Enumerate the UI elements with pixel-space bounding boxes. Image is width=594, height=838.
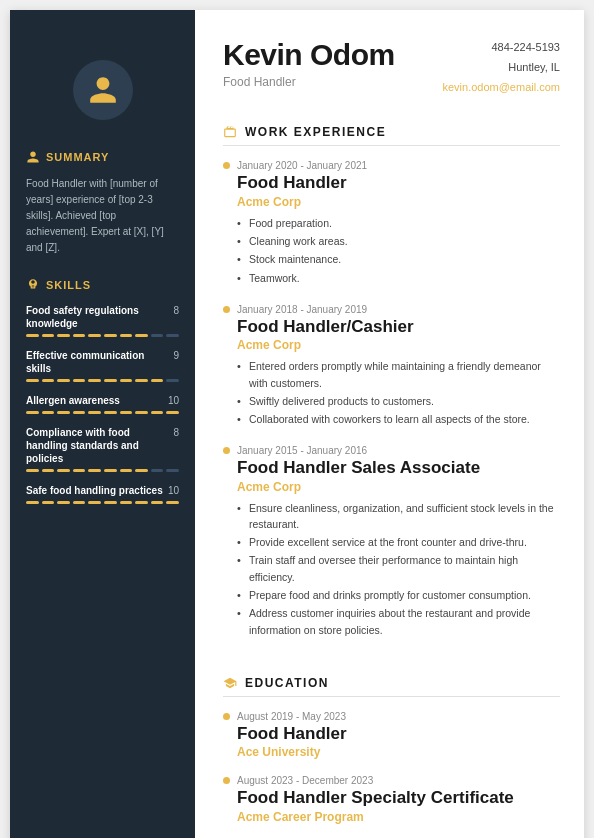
skill-dot — [42, 469, 55, 472]
bullet-item: Stock maintenance. — [237, 251, 560, 267]
work-experience-section: Work Experience January 2020 - January 2… — [223, 125, 560, 655]
skill-dot — [73, 411, 86, 414]
skill-dot — [88, 411, 101, 414]
skill-dot — [166, 379, 179, 382]
skill-dot — [88, 379, 101, 382]
skill-dot — [26, 469, 39, 472]
edu-school: Ace University — [237, 745, 560, 759]
skills-list: Food safety regulations knowledge8Effect… — [26, 304, 179, 504]
skill-dot — [135, 334, 148, 337]
person-small-icon — [26, 150, 40, 164]
skill-dot — [73, 501, 86, 504]
skill-score: 10 — [167, 485, 179, 496]
bullet-item: Provide excellent service at the front c… — [237, 534, 560, 550]
experience-item: January 2020 - January 2021Food HandlerA… — [223, 160, 560, 285]
bullet-item: Train staff and oversee their performanc… — [237, 552, 560, 585]
bullet-item: Food preparation. — [237, 215, 560, 231]
skill-dot — [151, 469, 164, 472]
bullet-item: Ensure cleanliness, organization, and su… — [237, 500, 560, 533]
skill-dot — [42, 501, 55, 504]
skill-dot — [151, 379, 164, 382]
skill-score: 8 — [167, 305, 179, 316]
skill-dot — [104, 379, 117, 382]
skill-dot — [135, 411, 148, 414]
edu-degree: Food Handler — [237, 724, 560, 744]
skill-dot — [88, 501, 101, 504]
education-list: August 2019 - May 2023Food HandlerAce Un… — [223, 711, 560, 824]
skill-dot — [73, 334, 86, 337]
skill-item: Effective communication skills9 — [26, 349, 179, 382]
skill-dot — [104, 411, 117, 414]
skill-dot — [57, 469, 70, 472]
skill-dot — [57, 334, 70, 337]
bullet-item: Entered orders promptly while maintainin… — [237, 358, 560, 391]
skill-name: Compliance with food handling standards … — [26, 426, 167, 465]
exp-title: Food Handler/Cashier — [237, 317, 560, 337]
skill-dot — [73, 379, 86, 382]
education-section: Education August 2019 - May 2023Food Han… — [223, 676, 560, 838]
edu-date: August 2023 - December 2023 — [237, 775, 560, 786]
skill-dot — [120, 411, 133, 414]
skill-dot — [42, 411, 55, 414]
skill-score: 10 — [167, 395, 179, 406]
header-right: 484-224-5193 Huntley, IL kevin.odom@emai… — [442, 38, 560, 97]
edu-date: August 2019 - May 2023 — [237, 711, 560, 722]
edu-item: August 2019 - May 2023Food HandlerAce Un… — [223, 711, 560, 759]
exp-title: Food Handler — [237, 173, 560, 193]
skill-dot — [57, 501, 70, 504]
skill-dot — [120, 334, 133, 337]
exp-bullets: Ensure cleanliness, organization, and su… — [237, 500, 560, 638]
education-title: Education — [223, 676, 560, 697]
avatar — [73, 60, 133, 120]
header-left: Kevin Odom Food Handler — [223, 38, 395, 89]
skills-title: Skills — [26, 278, 179, 292]
phone: 484-224-5193 — [442, 38, 560, 58]
skill-dot — [26, 334, 39, 337]
skill-dot — [166, 469, 179, 472]
skill-dot — [166, 411, 179, 414]
skill-item: Compliance with food handling standards … — [26, 426, 179, 472]
skill-dot — [135, 469, 148, 472]
email: kevin.odom@email.com — [442, 78, 560, 98]
bullet-item: Collaborated with coworkers to learn all… — [237, 411, 560, 427]
exp-date: January 2015 - January 2016 — [237, 445, 560, 456]
bullet-item: Teamwork. — [237, 270, 560, 286]
edu-item: August 2023 - December 2023Food Handler … — [223, 775, 560, 823]
skill-dot — [104, 469, 117, 472]
person-icon — [87, 74, 119, 106]
skill-dot — [73, 469, 86, 472]
skill-name: Effective communication skills — [26, 349, 167, 375]
bullet-item: Cleaning work areas. — [237, 233, 560, 249]
skill-bar — [26, 411, 179, 414]
skill-name: Food safety regulations knowledge — [26, 304, 167, 330]
edu-degree: Food Handler Specialty Certificate — [237, 788, 560, 808]
skill-dot — [120, 501, 133, 504]
exp-company: Acme Corp — [237, 338, 560, 352]
experience-item: January 2015 - January 2016Food Handler … — [223, 445, 560, 638]
summary-title: Summary — [26, 150, 179, 164]
skill-dot — [151, 501, 164, 504]
skill-score: 9 — [167, 350, 179, 361]
skill-dot — [166, 501, 179, 504]
skill-dot — [57, 379, 70, 382]
skill-dot — [57, 411, 70, 414]
skill-dot — [120, 469, 133, 472]
skill-dot — [135, 501, 148, 504]
work-experience-title: Work Experience — [223, 125, 560, 146]
exp-company: Acme Corp — [237, 195, 560, 209]
skill-bar — [26, 501, 179, 504]
exp-date: January 2018 - January 2019 — [237, 304, 560, 315]
skill-dot — [151, 334, 164, 337]
avatar-area — [26, 30, 179, 150]
skill-dot — [88, 469, 101, 472]
skill-dot — [151, 411, 164, 414]
skill-item: Safe food handling practices10 — [26, 484, 179, 504]
exp-bullets: Food preparation.Cleaning work areas.Sto… — [237, 215, 560, 286]
header-section: Kevin Odom Food Handler 484-224-5193 Hun… — [223, 38, 560, 97]
skill-bar — [26, 469, 179, 472]
skill-dot — [120, 379, 133, 382]
bullet-item: Swiftly delivered products to customers. — [237, 393, 560, 409]
skill-bar — [26, 379, 179, 382]
skill-dot — [135, 379, 148, 382]
bullet-item: Address customer inquiries about the res… — [237, 605, 560, 638]
